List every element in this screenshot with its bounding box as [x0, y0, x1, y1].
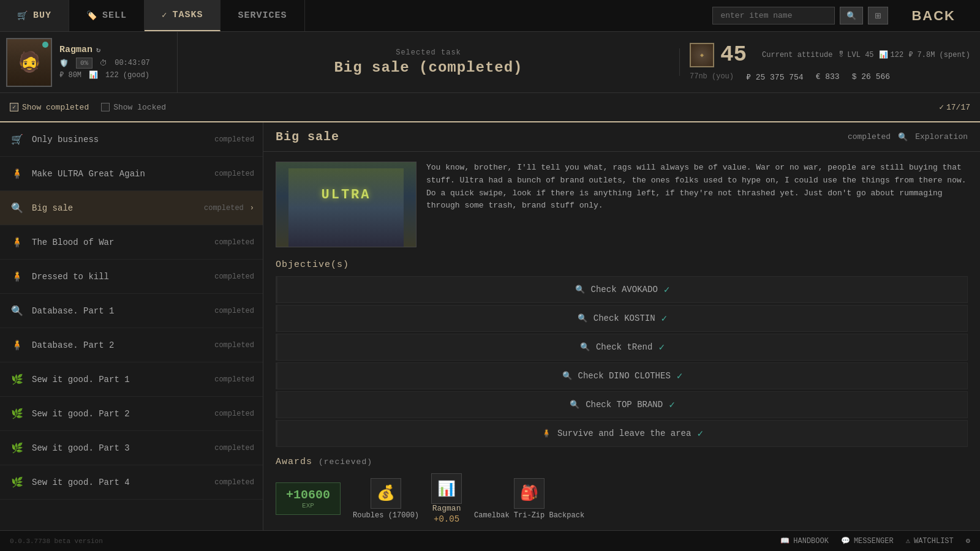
selected-task-center: Selected task Big sale (completed) [178, 48, 680, 76]
player-name-row: Ragman ↻ [59, 45, 171, 55]
att-bars: 📊 122 [879, 50, 904, 59]
level-area: ◈ 45 [690, 42, 747, 67]
tab-services[interactable]: SERVICES [221, 0, 304, 31]
objective-text: Check TOP BRAND [586, 400, 663, 410]
task-item[interactable]: 🌿 Sew it good. Part 3 completed [0, 431, 263, 465]
task-name: Only business [32, 135, 208, 144]
task-name: Make ULTRA Great Again [32, 169, 208, 179]
watchlist-button[interactable]: ⚠ WATCHLIST [906, 536, 954, 545]
right-stats-panel: ◈ 45 Current attitude 🎖 LVL 45 📊 122 ₽ 7… [680, 36, 980, 88]
task-item[interactable]: 🔍 Big sale completed › [0, 191, 263, 225]
item-award: 🎒 Camelbak Tri-Zip Backpack [474, 478, 584, 520]
task-icon: 🌿 [9, 440, 26, 457]
check-icon: ✓ [669, 399, 675, 411]
task-arrow: › [250, 204, 254, 212]
task-item[interactable]: 🌿 Sew it good. Part 4 completed [0, 465, 263, 500]
messenger-icon: 💬 [841, 536, 850, 545]
task-item[interactable]: 🌿 Sew it good. Part 1 completed [0, 362, 263, 397]
messenger-button[interactable]: 💬 MESSENGER [841, 536, 894, 545]
task-name: Dressed to kill [32, 272, 208, 282]
shield-icon: 🛡️ [59, 59, 69, 68]
task-icon: 🌿 [9, 405, 26, 422]
check-icon: ✓ [662, 312, 668, 324]
task-item[interactable]: 🛒 Only business completed [0, 122, 263, 157]
timer-icon: ⏱ [100, 59, 107, 68]
roubles-value: ₽ 25 375 754 [746, 72, 804, 82]
check-icon: ✓ [939, 102, 944, 112]
handbook-button[interactable]: 📖 HANDBOOK [780, 536, 829, 545]
show-locked-checkbox[interactable] [101, 103, 110, 111]
objective-text: Survive and leave the area [557, 429, 691, 438]
top-navigation: 🛒 BUY 🏷️ SELL ✓ TASKS SERVICES 🔍 ⊞ BACK [0, 0, 980, 32]
player-money-stats: ₽ 80M 📊 122 (good) [59, 70, 171, 80]
rep-icon: 📊 [431, 473, 462, 504]
objective-text: Check KOSTIN [594, 313, 655, 323]
task-icon: 🧍 [9, 165, 26, 182]
objective-row: 🔍 Check TOP BRAND ✓ [276, 391, 968, 418]
nb-value: 77nb (you) [690, 72, 734, 82]
objective-icon: 🔍 [575, 285, 585, 294]
task-icon: 🔍 [9, 302, 26, 320]
check-icon: ✓ [664, 283, 670, 296]
att-level: 🎖 LVL 45 [837, 50, 873, 59]
exploration-tag: Exploration [915, 132, 968, 141]
bars-value: 122 [891, 51, 904, 59]
awards-row: +10600 EXP 💰 Roubles (17000) 📊 Ragman +0… [276, 473, 968, 524]
sell-tab-label: SELL [102, 10, 127, 21]
gear-icon: ⚙ [966, 536, 970, 545]
right-stats-top: ◈ 45 Current attitude 🎖 LVL 45 📊 122 ₽ 7… [690, 42, 970, 67]
task-item[interactable]: 🧍 The Blood of War completed [0, 225, 263, 260]
pct-value: 0% [76, 58, 92, 69]
refresh-icon[interactable]: ↻ [96, 45, 100, 54]
task-name: Sew it good. Part 3 [32, 443, 208, 453]
task-item[interactable]: 🧍 Database. Part 2 completed [0, 328, 263, 362]
task-item[interactable]: 🔍 Database. Part 1 completed [0, 294, 263, 328]
task-name: Sew it good. Part 1 [32, 375, 208, 384]
objective-icon: 🔍 [578, 313, 587, 323]
back-button[interactable]: BACK [899, 8, 968, 24]
detail-title: Big sale [276, 130, 339, 144]
tab-sell[interactable]: 🏷️ SELL [69, 0, 145, 31]
currency-row: 77nb (you) ₽ 25 375 754 € 833 $ 26 566 [690, 72, 970, 82]
tab-buy[interactable]: 🛒 BUY [0, 0, 69, 31]
player-name: Ragman [59, 45, 92, 55]
item-icon: 🎒 [514, 478, 545, 509]
filter-button[interactable]: ⊞ [868, 7, 888, 24]
task-icon: 🧍 [9, 234, 26, 251]
awards-sub: (recieved) [318, 457, 372, 467]
content-area: 🛒 Only business completed 🧍 Make ULTRA G… [0, 122, 980, 551]
sell-icon: 🏷️ [86, 10, 97, 21]
item-label: Camelbak Tri-Zip Backpack [474, 511, 584, 520]
buy-icon: 🛒 [17, 10, 28, 21]
objectives-list: 🔍 Check AVOKADO ✓ 🔍 Check KOSTIN ✓ 🔍 Che… [276, 276, 968, 447]
settings-button[interactable]: ⚙ [966, 536, 970, 545]
task-icon: 🔍 [9, 200, 26, 217]
task-status: completed [214, 375, 254, 384]
online-indicator [42, 42, 48, 48]
show-locked-filter[interactable]: Show locked [101, 103, 166, 112]
player-info: Ragman ↻ 🛡️ 0% ⏱ 00:43:07 ₽ 80M 📊 122 (g… [59, 45, 171, 80]
selected-task-label: Selected task [396, 48, 461, 57]
tab-tasks[interactable]: ✓ TASKS [145, 0, 221, 31]
task-item[interactable]: 🧍 Dressed to kill completed [0, 260, 263, 294]
task-item[interactable]: 🌿 Sew it good. Part 2 completed [0, 397, 263, 431]
task-name: Database. Part 1 [32, 306, 208, 316]
search-button[interactable]: 🔍 [840, 7, 863, 24]
show-completed-filter[interactable]: ✓ Show completed [10, 103, 89, 112]
task-status: completed [214, 410, 254, 418]
task-icon: 🌿 [9, 371, 26, 388]
lvl-icon: 🎖 [837, 50, 845, 59]
bars-icon: 📊 [879, 50, 888, 59]
exp-label: EXP [286, 502, 330, 509]
tasks-icon: ✓ [162, 10, 167, 20]
task-status: completed [214, 238, 254, 247]
show-completed-checkbox[interactable]: ✓ [10, 103, 18, 111]
objective-row: 🧍 Survive and leave the area ✓ [276, 420, 968, 447]
search-input[interactable] [712, 7, 835, 24]
task-item[interactable]: 🧍 Make ULTRA Great Again completed [0, 157, 263, 191]
task-status: completed [214, 478, 254, 487]
task-status: completed [214, 272, 254, 281]
detail-status: completed [848, 132, 891, 141]
objective-row: 🔍 Check KOSTIN ✓ [276, 305, 968, 332]
selected-task-name: Big sale (completed) [334, 59, 522, 76]
